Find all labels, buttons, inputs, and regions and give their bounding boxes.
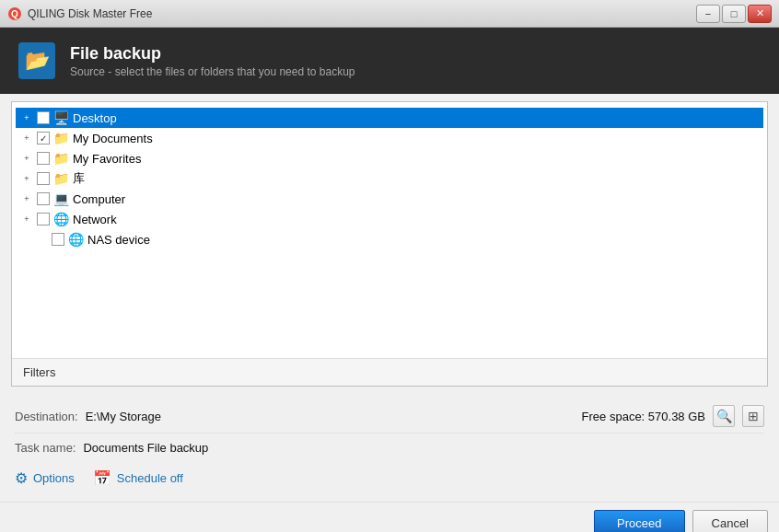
tree-checkbox-network[interactable] — [37, 213, 50, 226]
window-title: QILING Disk Master Free — [28, 7, 152, 20]
tree-label-desktop: Desktop — [73, 111, 117, 125]
titlebar-buttons: − □ ✕ — [696, 5, 772, 23]
close-button[interactable]: ✕ — [748, 5, 772, 23]
cancel-button[interactable]: Cancel — [692, 510, 768, 532]
tree-icon-my_documents: 📁 — [52, 131, 69, 145]
filters-label: Filters — [23, 365, 55, 379]
tree-label-computer: Computer — [73, 192, 125, 206]
tree-checkbox-ku[interactable] — [37, 172, 50, 185]
app-header: 📂 File backup Source - select the files … — [0, 28, 779, 94]
header-text: File backup Source - select the files or… — [70, 44, 355, 78]
file-tree-container: +🖥️Desktop+✓📁My Documents+📁My Favorites+… — [11, 101, 768, 387]
schedule-item[interactable]: 📅 Schedule off — [93, 469, 183, 487]
browse-icon: 🔍 — [716, 409, 732, 423]
tree-icon-desktop: 🖥️ — [52, 110, 69, 125]
tree-icon-my_favorites: 📁 — [52, 151, 69, 166]
tree-item-nas_device[interactable]: 🌐NAS device — [16, 229, 763, 249]
tree-label-ku: 库 — [73, 170, 85, 187]
tree-checkbox-computer[interactable] — [37, 192, 50, 205]
tree-icon-nas_device: 🌐 — [67, 232, 84, 247]
tree-view: +🖥️Desktop+✓📁My Documents+📁My Favorites+… — [12, 102, 767, 255]
tree-item-computer[interactable]: +💻Computer — [16, 189, 763, 209]
header-title: File backup — [70, 44, 355, 64]
tree-expand-nas_device — [34, 232, 49, 247]
tree-icon-network: 🌐 — [52, 212, 69, 226]
destination-row: Destination: E:\My Storage Free space: 5… — [15, 399, 764, 434]
titlebar-left: Q QILING Disk Master Free — [7, 6, 152, 21]
titlebar: Q QILING Disk Master Free − □ ✕ — [0, 0, 779, 28]
tree-item-ku[interactable]: +📁库 — [16, 168, 763, 189]
tree-checkbox-desktop[interactable] — [37, 111, 50, 124]
taskname-value: Documents File backup — [83, 441, 208, 455]
filters-bar[interactable]: Filters — [12, 358, 767, 386]
taskname-row: Task name: Documents File backup — [15, 434, 764, 462]
grid-icon: ⊞ — [748, 409, 759, 423]
options-label: Options — [33, 471, 75, 485]
tree-item-my_favorites[interactable]: +📁My Favorites — [16, 148, 763, 168]
header-icon-glyph: 📂 — [25, 49, 50, 73]
grid-button[interactable]: ⊞ — [742, 405, 764, 427]
tree-checkbox-my_documents[interactable]: ✓ — [37, 132, 50, 145]
app-icon: Q — [7, 6, 22, 21]
tree-icon-computer: 💻 — [52, 191, 69, 206]
proceed-button[interactable]: Proceed — [594, 510, 684, 532]
calendar-icon: 📅 — [93, 469, 111, 487]
tree-expand-network[interactable]: + — [19, 212, 34, 226]
destination-label: Destination: — [15, 410, 78, 423]
action-row: Proceed Cancel — [0, 502, 779, 532]
tree-checkbox-nas_device[interactable] — [52, 233, 64, 246]
maximize-button[interactable]: □ — [722, 5, 746, 23]
tree-item-network[interactable]: +🌐Network — [16, 209, 763, 229]
tree-icon-ku: 📁 — [52, 171, 69, 186]
tree-label-network: Network — [73, 213, 117, 226]
tree-label-nas_device: NAS device — [87, 233, 150, 247]
destination-value: E:\My Storage — [86, 410, 161, 423]
free-space: Free space: 570.38 GB — [582, 410, 705, 423]
gear-icon: ⚙ — [15, 469, 28, 487]
tree-item-my_documents[interactable]: +✓📁My Documents — [16, 128, 763, 148]
tree-expand-computer[interactable]: + — [19, 191, 34, 206]
destination-right: Free space: 570.38 GB 🔍 ⊞ — [582, 405, 764, 427]
tree-checkbox-my_favorites[interactable] — [37, 152, 50, 165]
tree-expand-desktop[interactable]: + — [19, 110, 34, 125]
tree-label-my_favorites: My Favorites — [73, 152, 141, 166]
tree-expand-ku[interactable]: + — [19, 171, 34, 186]
header-subtitle: Source - select the files or folders tha… — [70, 65, 355, 78]
taskname-label: Task name: — [15, 441, 76, 455]
tree-expand-my_documents[interactable]: + — [19, 131, 34, 145]
schedule-label: Schedule off — [117, 471, 183, 485]
minimize-button[interactable]: − — [696, 5, 720, 23]
tree-expand-my_favorites[interactable]: + — [19, 151, 34, 166]
destination-left: Destination: E:\My Storage — [15, 410, 161, 423]
browse-button[interactable]: 🔍 — [713, 405, 735, 427]
bottom-section: Destination: E:\My Storage Free space: 5… — [0, 394, 779, 498]
svg-text:Q: Q — [11, 9, 18, 19]
header-icon: 📂 — [18, 42, 55, 79]
tree-item-desktop[interactable]: +🖥️Desktop — [16, 108, 763, 128]
tree-label-my_documents: My Documents — [73, 132, 153, 145]
options-row: ⚙ Options 📅 Schedule off — [15, 462, 764, 492]
options-item[interactable]: ⚙ Options — [15, 469, 75, 487]
